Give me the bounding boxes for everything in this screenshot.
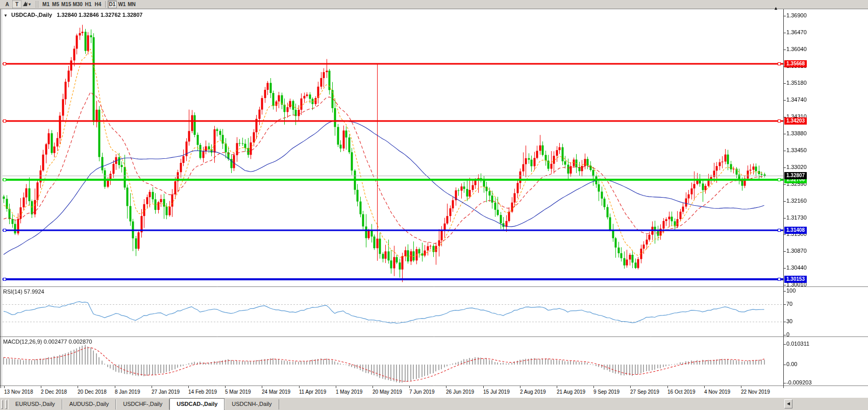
price-axis-tick: 1.36900 bbox=[786, 12, 807, 18]
price-axis-tick: 1.36040 bbox=[786, 46, 807, 52]
rsi-indicator-label: RSI(14) 57.9924 bbox=[3, 288, 44, 295]
price-axis-tick: 1.34740 bbox=[786, 97, 807, 103]
current-price-label: 1.32807 bbox=[784, 172, 807, 179]
tab-usdcnh[interactable]: USDCNH-,Daily bbox=[225, 399, 279, 409]
level-price-label: 1.34203 bbox=[784, 117, 807, 125]
chart-window: ▼ USDCAD-,Daily 1.32840 1.32846 1.32762 … bbox=[0, 9, 868, 397]
tabbar-grip bbox=[1, 400, 3, 409]
text-tool-button[interactable]: T bbox=[12, 1, 21, 8]
tab-usdcad[interactable]: USDCAD-,Daily bbox=[169, 398, 225, 410]
scroll-up-icon[interactable]: ▲ bbox=[774, 6, 778, 11]
toolbar-grip bbox=[36, 1, 38, 8]
price-axis-tick: 1.36470 bbox=[786, 29, 807, 35]
rsi-axis-tick: 70 bbox=[786, 301, 792, 307]
date-axis-tick: 24 Mar 2019 bbox=[262, 389, 290, 395]
macd-axis-tick: 0.00 bbox=[786, 361, 797, 367]
date-axis-tick: 22 Nov 2019 bbox=[741, 389, 770, 395]
chevron-down-icon: ▾ bbox=[29, 2, 31, 7]
chart-title: ▼ USDCAD-,Daily 1.32840 1.32846 1.32762 … bbox=[4, 12, 142, 18]
date-axis-tick: 26 Jun 2019 bbox=[446, 389, 474, 395]
font-tool-button[interactable]: A bbox=[3, 1, 12, 8]
timeframe-button-w1[interactable]: W1 bbox=[117, 1, 127, 8]
timeframe-button-mn[interactable]: MN bbox=[127, 1, 136, 8]
price-axis-tick: 1.33020 bbox=[786, 164, 807, 170]
date-axis-tick: 8 Jan 2019 bbox=[115, 389, 140, 395]
chevron-down-icon: ▼ bbox=[4, 13, 8, 18]
tabbar-grip bbox=[5, 400, 7, 409]
price-axis-tick: 1.30440 bbox=[786, 264, 807, 271]
draw-tool-icon bbox=[22, 1, 28, 8]
date-axis-tick: 11 Apr 2019 bbox=[299, 389, 326, 395]
date-axis-tick: 7 Jun 2019 bbox=[409, 389, 435, 395]
date-axis-tick: 21 Aug 2019 bbox=[557, 389, 585, 395]
chart-symbol-label: USDCAD-,Daily bbox=[11, 12, 52, 18]
tab-scroll-left-button[interactable]: ◀ bbox=[784, 399, 792, 408]
level-price-label: 1.30153 bbox=[784, 276, 807, 283]
chart-tabbar: EURUSD-,DailyAUDUSD-,DailyUSDCHF-,DailyU… bbox=[0, 397, 868, 410]
toolbar: A T ▾ M1M5M15M30H1H4D1W1MN bbox=[0, 0, 868, 9]
date-axis-tick: 20 Dec 2018 bbox=[78, 389, 107, 395]
chart-ohlc-values: 1.32840 1.32846 1.32762 1.32807 bbox=[57, 12, 142, 18]
timeframe-button-d1[interactable]: D1 bbox=[108, 1, 117, 8]
timeframe-button-m15[interactable]: M15 bbox=[61, 1, 71, 8]
price-axis-tick: 1.32160 bbox=[786, 198, 807, 204]
timeframe-button-h1[interactable]: H1 bbox=[84, 1, 93, 8]
timeframe-buttons: M1M5M15M30H1H4D1W1MN bbox=[41, 1, 137, 8]
tab-eurusd[interactable]: EURUSD-,Daily bbox=[8, 399, 62, 409]
date-axis-tick: 2 Dec 2018 bbox=[41, 389, 67, 395]
date-axis-tick: 1 May 2019 bbox=[336, 389, 362, 395]
rsi-axis-tick: 0 bbox=[786, 331, 789, 337]
date-axis-tick: 2 Aug 2019 bbox=[520, 389, 546, 395]
rsi-axis-tick: 100 bbox=[786, 287, 796, 294]
date-axis-tick: 9 Sep 2019 bbox=[593, 389, 619, 395]
timeframe-button-m1[interactable]: M1 bbox=[41, 1, 51, 8]
price-axis-tick: 1.33450 bbox=[786, 147, 807, 153]
price-axis-tick: 1.35180 bbox=[786, 80, 807, 86]
rsi-axis-tick: 30 bbox=[786, 318, 792, 324]
tab-usdchf[interactable]: USDCHF-,Daily bbox=[116, 399, 169, 409]
mt4-window: A T ▾ M1M5M15M30H1H4D1W1MN ▼ USDCAD-,Dai… bbox=[0, 0, 868, 410]
date-axis-tick: 16 Oct 2019 bbox=[667, 389, 695, 395]
date-axis-tick: 4 Nov 2019 bbox=[704, 389, 730, 395]
macd-axis-tick: 0.010311 bbox=[786, 341, 809, 347]
macd-axis-tick: -0.009203 bbox=[786, 379, 812, 385]
date-axis-tick: 15 Jul 2019 bbox=[483, 389, 510, 395]
price-axis-tick: 1.31730 bbox=[786, 214, 807, 221]
date-axis-tick: 20 May 2019 bbox=[373, 389, 402, 395]
date-axis-tick: 5 Mar 2019 bbox=[225, 389, 251, 395]
tab-audusd[interactable]: AUDUSD-,Daily bbox=[62, 399, 116, 409]
price-axis-tick: 1.30870 bbox=[786, 248, 807, 254]
date-axis-tick: 14 Feb 2019 bbox=[188, 389, 217, 395]
level-price-label: 1.31408 bbox=[784, 227, 807, 234]
date-axis-tick: 13 Nov 2018 bbox=[4, 389, 33, 395]
timeframe-button-h4[interactable]: H4 bbox=[93, 1, 103, 8]
timeframe-button-m5[interactable]: M5 bbox=[51, 1, 60, 8]
macd-indicator-label: MACD(12,26,9) 0.002477 0.002870 bbox=[3, 339, 92, 345]
date-axis-tick: 27 Jan 2019 bbox=[152, 389, 180, 395]
level-price-label: 1.35668 bbox=[784, 60, 807, 67]
timeframe-button-m30[interactable]: M30 bbox=[72, 1, 83, 8]
price-axis-tick: 1.33880 bbox=[786, 130, 807, 136]
draw-tool-button[interactable]: ▾ bbox=[22, 1, 31, 8]
price-chart-canvas[interactable] bbox=[0, 9, 868, 388]
date-axis-tick: 27 Sep 2019 bbox=[630, 389, 659, 395]
